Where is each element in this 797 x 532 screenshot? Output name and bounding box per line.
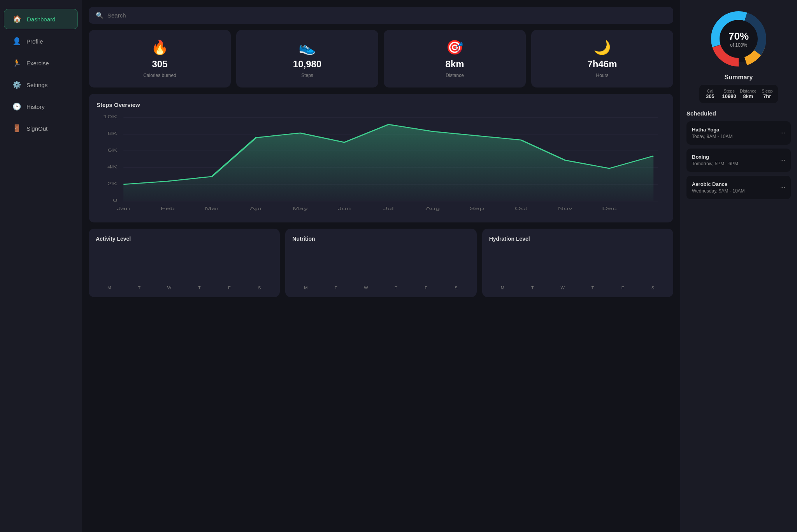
summary-row: Cal 305 Steps 10980 Distance 8km Sleep 7… — [699, 85, 778, 103]
main-content: 🔍 🔥 305 Calories burned 👟 10,980 Steps 🎯… — [82, 0, 680, 532]
bottom-charts: Activity LevelMTWTFSNutritionMTWTFSHydra… — [89, 229, 673, 297]
sleep-value: 7h46m — [587, 59, 617, 70]
schedule-time: Wednesday, 9AM - 10AM — [692, 188, 745, 194]
schedule-list: Hatha Yoga Today, 9AM - 10AM ··· Boxing … — [686, 121, 791, 199]
history-icon: 🕒 — [12, 102, 21, 111]
svg-text:Feb: Feb — [161, 206, 175, 211]
steps-overview-title: Steps Overview — [97, 102, 665, 108]
donut-of-label: of 100% — [729, 42, 749, 48]
distance-icon: 🎯 — [446, 39, 463, 56]
bar-label: M — [304, 285, 307, 290]
stat-card-steps: 👟 10,980 Steps — [236, 30, 378, 88]
bar-label: T — [138, 285, 140, 290]
schedule-more-button[interactable]: ··· — [780, 130, 785, 136]
summary-col-sleep: Sleep 7hr — [759, 89, 776, 99]
summary-item-label: Cal — [702, 89, 718, 93]
svg-marker-12 — [123, 124, 653, 201]
summary-item-value: 305 — [702, 93, 718, 99]
bar-chart-hydration: MTWTFS — [489, 247, 666, 290]
sidebar-item-signout[interactable]: 🚪 SignOut — [4, 119, 78, 138]
sidebar-item-profile[interactable]: 👤 Profile — [4, 32, 78, 51]
bar-label: F — [425, 285, 427, 290]
mini-chart-activity_level: Activity LevelMTWTFS — [89, 229, 280, 297]
bar-col: F — [216, 284, 243, 290]
scheduled-title: Scheduled — [686, 110, 791, 117]
sidebar-item-history[interactable]: 🕒 History — [4, 97, 78, 116]
schedule-info: Aerobic Dance Wednesday, 9AM - 10AM — [692, 181, 745, 194]
sidebar-label-exercise: Exercise — [26, 60, 49, 66]
bar-label: F — [621, 285, 624, 290]
bar-chart-activity_level: MTWTFS — [96, 247, 273, 290]
bar-col: S — [246, 284, 273, 290]
calories-value: 305 — [152, 59, 167, 70]
sidebar-item-settings[interactable]: ⚙️ Settings — [4, 75, 78, 94]
sidebar-label-profile: Profile — [26, 38, 43, 45]
mini-chart-title-nutrition: Nutrition — [292, 236, 469, 242]
summary-col-cal: Cal 305 — [702, 89, 718, 99]
summary-col-steps: Steps 10980 — [721, 89, 737, 99]
sidebar-item-exercise[interactable]: 🏃 Exercise — [4, 53, 78, 73]
sidebar: 🏠 Dashboard👤 Profile🏃 Exercise⚙️ Setting… — [0, 0, 82, 532]
schedule-more-button[interactable]: ··· — [780, 157, 785, 164]
svg-text:8K: 8K — [107, 131, 118, 136]
svg-text:2K: 2K — [107, 181, 118, 186]
steps-chart-svg: 10K 8K 6K 4K 2K 0 — [97, 114, 665, 215]
schedule-time: Tomorrow, 5PM - 6PM — [692, 161, 738, 166]
mini-chart-nutrition: NutritionMTWTFS — [285, 229, 476, 297]
schedule-item: Aerobic Dance Wednesday, 9AM - 10AM ··· — [686, 176, 791, 199]
stat-cards: 🔥 305 Calories burned 👟 10,980 Steps 🎯 8… — [89, 30, 673, 88]
summary-item-value: 7hr — [759, 93, 776, 99]
svg-text:10K: 10K — [103, 114, 118, 119]
steps-icon: 👟 — [298, 39, 316, 56]
mini-chart-hydration: Hydration LevelMTWTFS — [482, 229, 673, 297]
sidebar-label-signout: SignOut — [26, 125, 47, 132]
bar-label: S — [455, 285, 457, 290]
svg-text:Oct: Oct — [514, 206, 527, 211]
schedule-name: Aerobic Dance — [692, 181, 745, 187]
bar-label: S — [651, 285, 654, 290]
schedule-item: Hatha Yoga Today, 9AM - 10AM ··· — [686, 121, 791, 145]
bar-col: T — [186, 284, 213, 290]
donut-center: 70% of 100% — [729, 30, 749, 48]
schedule-name: Hatha Yoga — [692, 127, 732, 133]
schedule-info: Boxing Tomorrow, 5PM - 6PM — [692, 154, 738, 166]
schedule-info: Hatha Yoga Today, 9AM - 10AM — [692, 127, 732, 139]
sleep-icon: 🌙 — [593, 39, 611, 56]
bar-label: T — [335, 285, 337, 290]
scheduled-section: Scheduled Hatha Yoga Today, 9AM - 10AM ·… — [686, 110, 791, 199]
bar-label: T — [395, 285, 397, 290]
bar-col: W — [549, 284, 576, 290]
bar-col: W — [156, 284, 183, 290]
mini-chart-title-hydration: Hydration Level — [489, 236, 666, 242]
summary-item-value: 8km — [740, 93, 757, 99]
bar-label: M — [107, 285, 111, 290]
sleep-label: Hours — [596, 73, 608, 78]
svg-text:4K: 4K — [107, 164, 118, 169]
stat-card-calories: 🔥 305 Calories burned — [89, 30, 231, 88]
bar-label: T — [531, 285, 534, 290]
mini-chart-title-activity_level: Activity Level — [96, 236, 273, 242]
sidebar-item-dashboard[interactable]: 🏠 Dashboard — [4, 9, 78, 29]
summary-col-distance: Distance 8km — [740, 89, 757, 99]
svg-text:May: May — [292, 206, 308, 211]
bar-col: S — [639, 284, 666, 290]
schedule-more-button[interactable]: ··· — [780, 184, 785, 191]
bar-col: T — [126, 284, 153, 290]
sidebar-label-settings: Settings — [26, 82, 47, 88]
svg-text:Dec: Dec — [602, 206, 617, 211]
svg-text:Jun: Jun — [338, 206, 351, 211]
bar-label: T — [198, 285, 201, 290]
svg-text:Sep: Sep — [469, 206, 484, 211]
svg-text:Mar: Mar — [205, 206, 219, 211]
schedule-time: Today, 9AM - 10AM — [692, 134, 732, 139]
signout-icon: 🚪 — [12, 124, 21, 133]
search-input[interactable] — [107, 12, 666, 19]
bar-col: S — [442, 284, 469, 290]
bar-col: M — [96, 284, 123, 290]
steps-chart-area: 10K 8K 6K 4K 2K 0 — [97, 114, 665, 215]
summary-item-label: Steps — [721, 89, 737, 93]
search-bar: 🔍 — [89, 7, 673, 24]
svg-text:Jan: Jan — [117, 206, 130, 211]
bar-chart-nutrition: MTWTFS — [292, 247, 469, 290]
search-icon: 🔍 — [96, 12, 104, 19]
